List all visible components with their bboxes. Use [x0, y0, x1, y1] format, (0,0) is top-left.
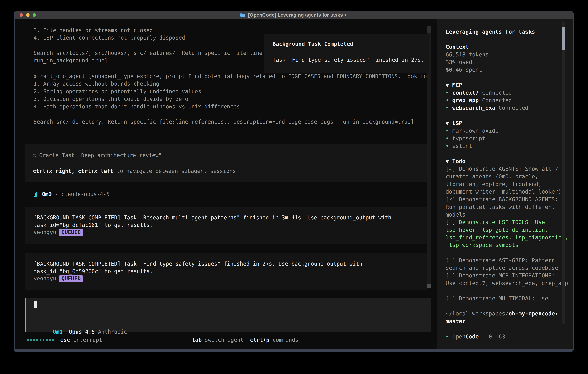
notification-title: Background Task Completed	[273, 40, 353, 48]
tab-key-hint: tab	[192, 337, 202, 343]
chat-scrollbar-thumb-bottom[interactable]	[427, 284, 430, 288]
text-segment: •	[446, 135, 452, 142]
spinner-dot	[33, 339, 35, 341]
text-segment: [BACKGROUND TASK COMPLETED] Task "Find t…	[33, 261, 362, 267]
text-segment: •	[446, 105, 452, 111]
sidebar-row: models	[446, 211, 574, 218]
chat-line: 2. String operations on potentially unde…	[33, 88, 201, 95]
chat-line: 1. Array access without bounds checking	[33, 80, 159, 88]
sidebar-row: [ ] Demonstrate MCP INTEGRATIONS:	[446, 272, 574, 280]
sidebar-row: ▼ LSP	[446, 119, 574, 127]
chat-line: ⚙ call_omo_agent [subagent_type=explore,…	[33, 73, 430, 80]
text-segment: Code	[465, 333, 479, 340]
chat-line: 4. Path operations that don't handle Win…	[33, 103, 240, 111]
text-segment: 3. File handles or streams not closed	[33, 27, 153, 33]
text-segment: typescript	[452, 135, 485, 142]
text-segment: [ ] Demonstrate AST-GREP: Pattern	[446, 257, 555, 263]
sidebar-row: Leveraging agents for tasks	[446, 28, 574, 36]
close-button[interactable]	[20, 13, 23, 17]
sidebar-content: Leveraging agents for tasksContext66,518…	[446, 28, 574, 340]
text-segment: eslint	[452, 143, 472, 149]
task-message-line: [BACKGROUND TASK COMPLETED] Task "Resear…	[33, 214, 391, 221]
text-segment: Connected	[479, 90, 512, 96]
sidebar-row: [ ] Demonstrate MULTIMODAL: Use	[446, 295, 574, 302]
input-agent-label: OmO	[53, 329, 63, 335]
text-segment: search and replace across codebase	[446, 265, 558, 271]
sidebar-row: 66,518 tokens	[446, 51, 574, 58]
esc-key-hint: esc	[60, 337, 70, 343]
input-provider-label: Anthropic	[98, 329, 127, 335]
sidebar-gap	[446, 74, 574, 81]
text-segment: document-writer, multimodal-looker)	[446, 188, 562, 195]
status-bar: esc interrupt tab switch agent ctrl+p co…	[15, 336, 437, 344]
text-segment: markdown-oxide	[452, 128, 499, 134]
ctrlp-key-hint: ctrl+p	[250, 337, 269, 343]
text-segment: Context	[446, 44, 469, 50]
minimize-button[interactable]	[26, 13, 30, 17]
task-message-line: yeongyu QUEUED	[33, 275, 83, 282]
text-segment: grep_app	[452, 97, 479, 104]
chat-scrollbar-thumb-top[interactable]	[427, 26, 430, 33]
sidebar-row: curated agents (OmO, oracle,	[446, 173, 574, 180]
chat-line: Search src/ directory. Return specific f…	[33, 118, 414, 126]
esc-action-label: interrupt	[70, 337, 102, 343]
text-segment: models	[446, 211, 465, 218]
text-segment: run_in_background=true]	[33, 57, 108, 64]
sidebar-row: librarian, explore, frontend,	[446, 180, 574, 188]
spinner-dot	[27, 339, 29, 341]
text-segment: Connected	[479, 97, 512, 104]
sidebar-gap	[446, 36, 574, 43]
notification-body: Task "Find type safety issues" finished …	[273, 56, 424, 64]
text-segment: Search src/tools/, src/hooks/, src/featu…	[33, 50, 262, 56]
text-segment: •	[446, 97, 452, 104]
task-message-line: yeongyu QUEUED	[33, 229, 83, 236]
text-segment: 33% used	[446, 59, 472, 65]
sidebar-row: • eslint	[446, 142, 574, 150]
sidebar-row: • markdown-oxide	[446, 127, 574, 135]
sidebar-row: • context7 Connected	[446, 89, 574, 97]
sidebar-row: • websearch_exa Connected	[446, 104, 574, 112]
text-segment: •	[446, 128, 452, 134]
text-segment: 3. Division operations that could divide…	[33, 96, 188, 102]
sidebar-row: [✓] Demonstrate AGENTS: Show all 7	[446, 165, 574, 173]
sidebar-row: • typescript	[446, 135, 574, 142]
sidebar-row: lsp_find_references, lsp_diagnostics,	[446, 234, 574, 241]
text-segment: ~/local-workspaces/	[446, 310, 509, 317]
text-cursor	[33, 301, 37, 308]
spinner-dot	[43, 339, 44, 341]
sidebar-row: ~/local-workspaces/oh-my-opencode:	[446, 310, 574, 317]
chat-line: 4. LSP client connections not properly d…	[33, 34, 185, 42]
text-segment: [✓] Demonstrate AGENTS: Show all 7	[446, 166, 558, 172]
sidebar-row: search and replace across codebase	[446, 264, 574, 272]
text-segment: [ ] Demonstrate MULTIMODAL: Use	[446, 295, 548, 301]
text-segment: 1.0.163	[479, 333, 505, 340]
text-segment: oh-my-opencode:	[509, 310, 558, 317]
sidebar-row: • grep_app Connected	[446, 96, 574, 104]
sidebar-gap	[446, 287, 574, 295]
agent-header: OmO · claude-opus-4-5	[33, 190, 110, 198]
text-segment: $0.46 spent	[446, 67, 482, 73]
task-message-line: [BACKGROUND TASK COMPLETED] Task "Find t…	[33, 260, 362, 268]
status-left: esc interrupt	[27, 336, 102, 344]
chat-line: 3. Division operations that could divide…	[33, 95, 188, 103]
chat-line: 3. File handles or streams not closed	[33, 27, 153, 34]
text-segment: Search src/ directory. Return specific f…	[33, 119, 414, 125]
text-segment: 66,518 tokens	[446, 51, 489, 58]
sidebar-row: Use context7, websearch_exa, grep_app	[446, 280, 574, 287]
background-task-message: [BACKGROUND TASK COMPLETED] Task "Find t…	[25, 253, 428, 291]
text-segment: lsp_find_references, lsp_diagnostics,	[446, 234, 568, 241]
text-segment: context7	[452, 90, 479, 96]
text-segment: task_id="bg_6f59260c" to get results.	[33, 268, 153, 274]
status-badge: QUEUED	[59, 275, 83, 282]
background-task-message: [BACKGROUND TASK COMPLETED] Task "Resear…	[25, 207, 428, 244]
text-segment: ctrl+x right, ctrl+x left	[33, 168, 114, 174]
status-badge: QUEUED	[59, 229, 83, 236]
prompt-input[interactable]: OmO Opus 4.5 Anthropic	[25, 298, 431, 332]
sidebar-gap	[446, 302, 574, 310]
sidebar-scrollbar-thumb[interactable]	[562, 27, 565, 50]
sidebar-scrollbar[interactable]	[562, 22, 565, 324]
spinner-dot	[49, 339, 51, 341]
text-segment: •	[446, 333, 452, 340]
text-segment: ▼ MCP	[446, 82, 462, 88]
text-segment: [ ] Demonstrate MCP INTEGRATIONS:	[446, 272, 555, 279]
